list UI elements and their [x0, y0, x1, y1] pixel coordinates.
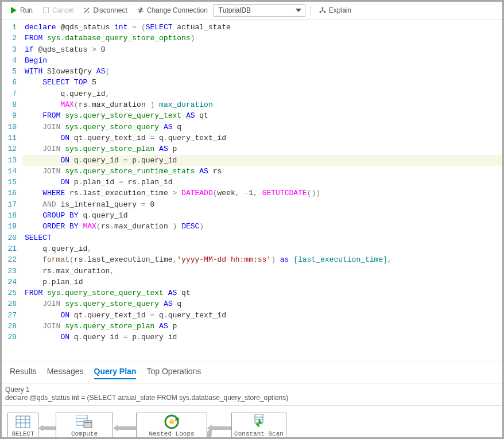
line-number: 27	[5, 310, 17, 321]
code-line[interactable]: q.query_id,	[22, 243, 502, 254]
plan-node-constant-scan[interactable]: Constant Scan Cost: 0%	[231, 413, 286, 437]
chevron-down-icon	[296, 9, 301, 12]
line-number: 8	[5, 99, 17, 110]
select-icon	[15, 414, 31, 429]
stop-icon	[42, 6, 50, 14]
disconnect-button[interactable]: Disconnect	[79, 5, 130, 15]
svg-rect-15	[87, 422, 89, 423]
plan-arrow	[113, 425, 136, 432]
plan-canvas[interactable]: SELECT Compute Scalar Cost: 0% Nested Lo…	[2, 406, 502, 437]
run-button[interactable]: Run	[6, 5, 36, 15]
line-number: 20	[5, 232, 17, 243]
query-plan-panel: Query 1 declare @qds_status int = (SELEC…	[2, 383, 502, 437]
code-line[interactable]: AND is_internal_query = 0	[22, 199, 502, 210]
svg-rect-14	[85, 422, 87, 423]
line-number: 24	[5, 277, 17, 288]
tab-query-plan[interactable]: Query Plan	[94, 367, 137, 379]
explain-label: Explain	[329, 6, 351, 14]
line-number: 12	[5, 143, 17, 154]
disconnect-label: Disconnect	[93, 6, 127, 14]
line-number: 1	[5, 22, 17, 33]
code-line[interactable]: Begin	[22, 55, 502, 66]
svg-marker-0	[11, 7, 17, 14]
plan-node-compute-scalar[interactable]: Compute Scalar Cost: 0%	[56, 413, 113, 437]
node-label: Nested Loops	[149, 430, 194, 437]
code-line[interactable]: q.query_id,	[22, 88, 502, 99]
compute-scalar-icon	[76, 414, 93, 429]
cancel-label: Cancel	[52, 6, 73, 14]
code-line[interactable]: SELECT TOP 5	[22, 77, 502, 88]
constant-scan-icon	[253, 414, 265, 429]
code-line[interactable]: if @qds_status > 0	[22, 44, 502, 55]
run-label: Run	[20, 6, 33, 14]
code-line[interactable]: ON p.plan_id = rs.plan_id	[22, 177, 502, 188]
code-line[interactable]: ON qt.query_text_id = q.query_text_id	[22, 133, 502, 143]
line-number: 29	[5, 332, 17, 343]
result-tabs: Results Messages Query Plan Top Operatio…	[2, 362, 502, 383]
disconnect-icon	[83, 6, 91, 14]
sql-editor[interactable]: 1234567891011121314151617181920212223242…	[2, 20, 502, 362]
code-line[interactable]: ON q.query_id = p.query_id	[22, 155, 502, 166]
line-number: 26	[5, 298, 17, 309]
code-line[interactable]: JOIN sys.query_store_runtime_stats AS rs	[22, 166, 502, 177]
code-line[interactable]: p.plan_id	[22, 277, 502, 288]
code-line[interactable]: ORDER BY MAX(rs.max_duration ) DESC)	[22, 221, 502, 232]
code-line[interactable]: ON qt.query_text_id = q.query_text_id	[22, 310, 502, 321]
nested-loops-icon	[164, 414, 180, 429]
database-select[interactable]: TutorialDB	[214, 4, 305, 17]
code-area[interactable]: declare @qds_status int = (SELECT actual…	[22, 20, 502, 362]
tab-messages[interactable]: Messages	[47, 367, 84, 379]
line-number: 9	[5, 110, 17, 121]
code-line[interactable]: MAX(rs.max_duration ) max_duration	[22, 99, 502, 110]
line-number: 3	[5, 44, 17, 55]
line-number-gutter: 1234567891011121314151617181920212223242…	[2, 20, 22, 362]
line-number: 22	[5, 254, 17, 265]
database-selected-value: TutorialDB	[219, 6, 251, 14]
plan-node-nested-loops[interactable]: Nested Loops (Left Outer Join) Cost: 0%	[136, 413, 207, 437]
line-number: 16	[5, 188, 17, 199]
change-connection-button[interactable]: Change Connection	[133, 5, 211, 15]
plan-node-select[interactable]: SELECT	[7, 413, 38, 437]
toolbar-separator	[310, 5, 311, 15]
line-number: 11	[5, 133, 17, 143]
code-line[interactable]: declare @qds_status int = (SELECT actual…	[22, 22, 502, 33]
tab-top-operations[interactable]: Top Operations	[146, 367, 201, 379]
svg-marker-36	[113, 425, 136, 432]
code-line[interactable]: WITH SlowestQry AS(	[22, 66, 502, 77]
code-line[interactable]: JOIN sys.query_store_query AS q	[22, 298, 502, 309]
code-line[interactable]: GROUP BY q.query_id	[22, 210, 502, 221]
line-number: 15	[5, 177, 17, 188]
code-line[interactable]: JOIN sys.query_store_query AS q	[22, 122, 502, 133]
svg-rect-13	[84, 421, 92, 428]
code-line[interactable]: FROM sys.query_store_query_text AS qt	[22, 110, 502, 121]
code-line[interactable]: JOIN sys.query_store_plan AS p	[22, 143, 502, 154]
play-icon	[10, 6, 18, 14]
line-number: 13	[5, 155, 17, 166]
line-number: 2	[5, 33, 17, 44]
code-line[interactable]: SELECT	[22, 232, 502, 243]
code-line[interactable]: FROM sys.query_store_query_text AS qt	[22, 288, 502, 298]
line-number: 21	[5, 243, 17, 254]
plan-header: Query 1 declare @qds_status int = (SELEC…	[2, 383, 502, 406]
line-number: 25	[5, 288, 17, 298]
svg-rect-1	[43, 7, 49, 13]
explain-button[interactable]: Explain	[315, 5, 355, 15]
line-number: 10	[5, 122, 17, 133]
code-line[interactable]: format(rs.last_execution_time,'yyyy-MM-d…	[22, 254, 502, 265]
line-number: 14	[5, 166, 17, 177]
line-number: 19	[5, 221, 17, 232]
code-line[interactable]: ON q.query id = p.query id	[22, 332, 502, 343]
line-number: 7	[5, 88, 17, 99]
svg-marker-35	[38, 425, 56, 432]
tab-results[interactable]: Results	[10, 367, 37, 379]
code-line[interactable]: FROM sys.database_query_store_options)	[22, 33, 502, 44]
code-line[interactable]: WHERE rs.last_execution_time > DATEADD(w…	[22, 188, 502, 199]
plan-query-text: declare @qds_status int = (SELECT actual…	[5, 394, 499, 402]
line-number: 6	[5, 77, 17, 88]
code-line[interactable]: rs.max_duration,	[22, 266, 502, 277]
node-label: Constant Scan	[234, 430, 284, 437]
change-connection-label: Change Connection	[147, 6, 208, 14]
line-number: 4	[5, 55, 17, 66]
code-line[interactable]: JOIN sys.query_store_plan AS p	[22, 321, 502, 332]
line-number: 17	[5, 199, 17, 210]
